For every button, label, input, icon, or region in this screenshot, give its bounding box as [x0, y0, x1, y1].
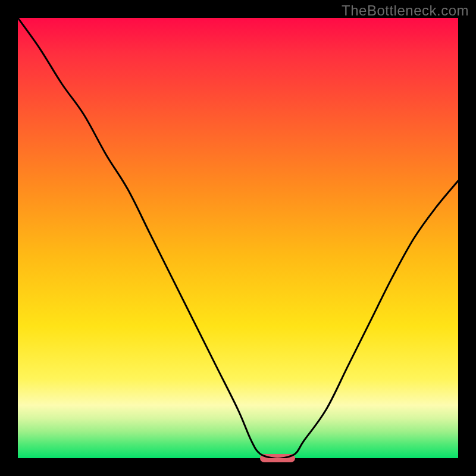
chart-frame: TheBottleneck.com: [0, 0, 476, 476]
watermark-text: TheBottleneck.com: [342, 2, 469, 19]
plot-area: [18, 18, 458, 458]
bottleneck-curve: [18, 18, 458, 458]
